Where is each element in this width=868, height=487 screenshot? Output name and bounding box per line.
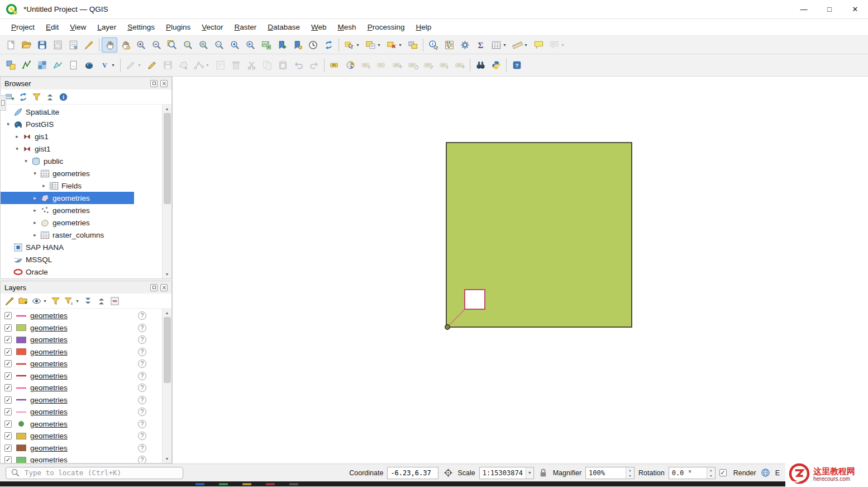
- layer-row[interactable]: ✓ geometries ?: [1, 406, 162, 418]
- tree-item[interactable]: ▸ Fields: [1, 179, 134, 192]
- move-diagram-button[interactable]: abc: [452, 58, 468, 73]
- add-feature-button[interactable]: [175, 58, 191, 73]
- layer-row[interactable]: ✓ geometries ?: [1, 382, 162, 394]
- layer-row[interactable]: ✓ geometries ?: [1, 442, 162, 455]
- map-tips-button[interactable]: [531, 37, 546, 53]
- menu-item[interactable]: Raster: [229, 21, 263, 34]
- scrollbar-track[interactable]: [163, 113, 172, 270]
- globe-icon[interactable]: [760, 467, 771, 479]
- map-canvas[interactable]: [172, 77, 868, 464]
- measure-button[interactable]: ▾: [509, 37, 531, 53]
- copy-features-button[interactable]: [259, 58, 275, 73]
- select-features-button[interactable]: ▾: [341, 37, 363, 53]
- expander-icon[interactable]: ▾: [13, 146, 21, 152]
- refresh-browser-button[interactable]: [16, 91, 30, 103]
- expander-icon[interactable]: ▾: [31, 171, 39, 176]
- zoom-to-selection-button[interactable]: [180, 37, 195, 53]
- zoom-next-button[interactable]: [242, 37, 258, 53]
- float-panel-button[interactable]: [150, 284, 158, 291]
- scrollbar-track[interactable]: [163, 317, 172, 455]
- tree-item[interactable]: SAP HANA: [1, 241, 134, 253]
- layer-row[interactable]: ✓ geometries ?: [1, 358, 162, 370]
- menu-item[interactable]: Vector: [196, 21, 228, 34]
- annotation-button[interactable]: ▾: [546, 37, 567, 53]
- add-postgis-layer-button[interactable]: [81, 58, 97, 73]
- expander-icon[interactable]: ▸: [31, 220, 39, 225]
- undo-button[interactable]: [290, 58, 306, 73]
- identify-features-button[interactable]: i: [426, 37, 441, 53]
- scroll-up-icon[interactable]: ▲: [163, 105, 172, 113]
- layer-row[interactable]: ✓ geometries ?: [1, 394, 162, 406]
- crs-warning-badge[interactable]: ?: [138, 432, 146, 440]
- browser-properties-button[interactable]: i: [56, 91, 70, 103]
- spin-down-icon[interactable]: ▾: [707, 473, 715, 479]
- menu-item[interactable]: Edit: [40, 21, 64, 34]
- layer-name[interactable]: geometries: [30, 324, 138, 332]
- crs-warning-badge[interactable]: ?: [138, 420, 146, 428]
- refresh-map-button[interactable]: [321, 37, 336, 53]
- expander-icon[interactable]: ▸: [13, 134, 21, 139]
- layers-scrollbar[interactable]: ▲ ▼: [162, 309, 171, 463]
- chevron-down-icon[interactable]: ▾: [526, 467, 533, 479]
- attribute-table-button[interactable]: ▾: [488, 37, 509, 53]
- add-vector-layer-button[interactable]: [18, 58, 34, 73]
- layer-name[interactable]: geometries: [30, 372, 138, 380]
- layer-row[interactable]: ✓ geometries ?: [1, 430, 162, 442]
- data-source-manager-button[interactable]: [3, 58, 18, 73]
- new-map-view-button[interactable]: [258, 37, 274, 53]
- scrollbar-thumb[interactable]: [164, 113, 171, 204]
- menu-item[interactable]: Mesh: [332, 21, 362, 34]
- extent-icon[interactable]: [442, 467, 454, 479]
- menu-item[interactable]: Help: [410, 21, 437, 34]
- zoom-native-button[interactable]: 1:1: [211, 37, 227, 53]
- crs-warning-badge[interactable]: ?: [138, 311, 146, 320]
- layer-visibility-checkbox[interactable]: ✓: [4, 360, 12, 367]
- maximize-button[interactable]: □: [817, 0, 842, 18]
- float-panel-button[interactable]: [150, 80, 158, 87]
- filter-legend-button[interactable]: [49, 295, 62, 308]
- expander-icon[interactable]: ▾: [4, 121, 12, 127]
- zoom-full-button[interactable]: [164, 37, 180, 53]
- close-button[interactable]: ✕: [842, 0, 868, 18]
- layer-visibility-checkbox[interactable]: ✓: [4, 324, 12, 332]
- help-button[interactable]: ?: [509, 58, 524, 73]
- save-edits-button[interactable]: [160, 58, 175, 73]
- metasearch-button[interactable]: [473, 58, 488, 73]
- layer-name[interactable]: geometries: [30, 420, 138, 428]
- layer-name[interactable]: geometries: [30, 432, 138, 440]
- hidden-panel-tab[interactable]: [0, 95, 6, 111]
- layer-visibility-checkbox[interactable]: ✓: [4, 456, 12, 463]
- crs-warning-badge[interactable]: ?: [138, 348, 146, 356]
- crs-warning-badge[interactable]: ?: [138, 360, 146, 368]
- layer-visibility-checkbox[interactable]: ✓: [4, 420, 12, 428]
- layer-row[interactable]: ✓ geometries ?: [1, 322, 162, 334]
- menu-item[interactable]: View: [64, 21, 92, 34]
- spin-down-icon[interactable]: ▾: [626, 473, 634, 479]
- layer-visibility-checkbox[interactable]: ✓: [4, 445, 12, 452]
- add-raster-layer-button[interactable]: [34, 58, 50, 73]
- new-project-button[interactable]: [3, 37, 18, 53]
- tree-item[interactable]: ▾ public: [1, 155, 134, 167]
- select-by-form-button[interactable]: ▾: [363, 37, 384, 53]
- tree-item[interactable]: ▾ gist1: [1, 143, 134, 155]
- tree-item[interactable]: SpatiaLite: [1, 106, 134, 118]
- collapse-all-layers-button[interactable]: [94, 295, 108, 308]
- crs-warning-badge[interactable]: ?: [138, 372, 146, 380]
- modify-attributes-button[interactable]: [212, 58, 228, 73]
- save-project-button[interactable]: [34, 37, 50, 53]
- menu-item[interactable]: Project: [6, 21, 40, 34]
- crs-warning-badge[interactable]: ?: [138, 324, 146, 332]
- toggle-editing-button[interactable]: [144, 58, 160, 73]
- pan-to-selection-button[interactable]: [117, 37, 133, 53]
- crs-warning-badge[interactable]: ?: [138, 384, 146, 392]
- highlight-labels-button[interactable]: abc: [374, 58, 389, 73]
- expander-icon[interactable]: ▸: [31, 207, 39, 213]
- menu-item[interactable]: Processing: [362, 21, 411, 34]
- tree-item[interactable]: ▸ geometries: [1, 204, 134, 216]
- magnifier-spinbox[interactable]: 100% ▴▾: [585, 467, 635, 479]
- minimize-button[interactable]: —: [791, 0, 817, 18]
- tree-item[interactable]: ▸ raster_columns: [1, 229, 134, 241]
- style-manager-button[interactable]: [81, 37, 97, 53]
- deselect-all-button[interactable]: ▾: [384, 37, 405, 53]
- add-delimited-text-button[interactable]: ,,: [65, 58, 81, 73]
